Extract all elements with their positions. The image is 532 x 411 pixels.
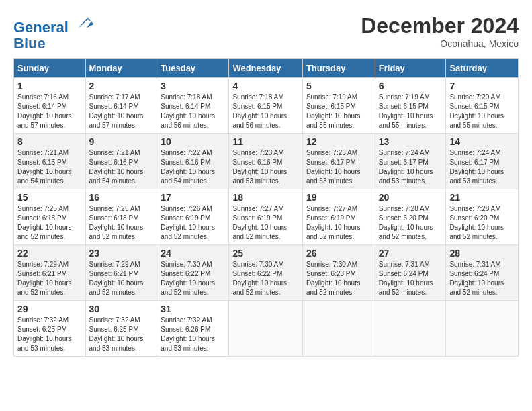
day-header-wednesday: Wednesday [229,59,302,78]
calendar-cell: 30 Sunrise: 7:32 AM Sunset: 6:25 PM Dayl… [85,301,157,357]
calendar-cell: 21 Sunrise: 7:28 AM Sunset: 6:20 PM Dayl… [446,189,519,245]
day-number: 7 [449,81,515,91]
day-number: 20 [379,192,443,203]
day-number: 18 [232,192,298,203]
calendar-cell: 1 Sunrise: 7:16 AM Sunset: 6:14 PM Dayli… [14,78,86,134]
day-info: Sunrise: 7:25 AM Sunset: 6:18 PM Dayligh… [17,204,82,242]
calendar-cell: 11 Sunrise: 7:23 AM Sunset: 6:16 PM Dayl… [229,134,302,189]
day-info: Sunrise: 7:18 AM Sunset: 6:15 PM Dayligh… [232,93,298,130]
logo: General Blue [13,13,94,52]
day-info: Sunrise: 7:27 AM Sunset: 6:19 PM Dayligh… [306,204,371,242]
day-info: Sunrise: 7:24 AM Sunset: 6:17 PM Dayligh… [379,148,443,186]
logo-general: General [13,19,69,36]
calendar-cell [446,301,519,357]
day-info: Sunrise: 7:27 AM Sunset: 6:19 PM Dayligh… [232,204,298,242]
day-info: Sunrise: 7:21 AM Sunset: 6:15 PM Dayligh… [17,148,82,186]
day-info: Sunrise: 7:17 AM Sunset: 6:14 PM Dayligh… [89,93,154,130]
logo-icon [75,13,94,32]
day-info: Sunrise: 7:18 AM Sunset: 6:14 PM Dayligh… [161,93,225,130]
day-number: 26 [306,248,371,259]
day-number: 27 [379,248,443,259]
calendar-cell: 14 Sunrise: 7:24 AM Sunset: 6:17 PM Dayl… [446,134,519,189]
day-header-friday: Friday [375,59,446,78]
day-info: Sunrise: 7:25 AM Sunset: 6:18 PM Dayligh… [89,204,154,242]
day-header-sunday: Sunday [14,59,86,78]
week-row-3: 15 Sunrise: 7:25 AM Sunset: 6:18 PM Dayl… [14,189,519,245]
day-info: Sunrise: 7:23 AM Sunset: 6:17 PM Dayligh… [306,148,371,186]
calendar-cell: 10 Sunrise: 7:22 AM Sunset: 6:16 PM Dayl… [157,134,229,189]
calendar-cell: 6 Sunrise: 7:19 AM Sunset: 6:15 PM Dayli… [375,78,446,134]
week-row-4: 22 Sunrise: 7:29 AM Sunset: 6:21 PM Dayl… [14,245,519,301]
day-number: 9 [89,136,154,147]
day-number: 16 [89,192,154,203]
day-info: Sunrise: 7:32 AM Sunset: 6:25 PM Dayligh… [89,316,154,353]
calendar-header-row: SundayMondayTuesdayWednesdayThursdayFrid… [14,59,519,78]
page-header: General Blue December 2024 Oconahua, Mex… [13,13,519,52]
day-number: 31 [161,304,225,314]
calendar-cell: 2 Sunrise: 7:17 AM Sunset: 6:14 PM Dayli… [85,78,157,134]
day-info: Sunrise: 7:19 AM Sunset: 6:15 PM Dayligh… [306,93,371,130]
calendar-cell: 28 Sunrise: 7:31 AM Sunset: 6:24 PM Dayl… [446,245,519,301]
day-info: Sunrise: 7:24 AM Sunset: 6:17 PM Dayligh… [449,148,515,186]
day-number: 4 [232,81,298,91]
day-info: Sunrise: 7:22 AM Sunset: 6:16 PM Dayligh… [161,148,225,186]
location: Oconahua, Mexico [361,38,519,49]
day-info: Sunrise: 7:23 AM Sunset: 6:16 PM Dayligh… [232,148,298,186]
day-info: Sunrise: 7:30 AM Sunset: 6:23 PM Dayligh… [306,260,371,298]
title-area: December 2024 Oconahua, Mexico [361,13,519,49]
week-row-5: 29 Sunrise: 7:32 AM Sunset: 6:25 PM Dayl… [14,301,519,357]
week-row-2: 8 Sunrise: 7:21 AM Sunset: 6:15 PM Dayli… [14,134,519,189]
calendar-cell [229,301,302,357]
day-number: 11 [232,136,298,147]
day-number: 24 [161,248,225,259]
day-number: 12 [306,136,371,147]
day-number: 5 [306,81,371,91]
day-header-thursday: Thursday [302,59,375,78]
calendar-cell: 9 Sunrise: 7:21 AM Sunset: 6:16 PM Dayli… [85,134,157,189]
day-number: 6 [379,81,443,91]
day-info: Sunrise: 7:19 AM Sunset: 6:15 PM Dayligh… [379,93,443,130]
calendar-cell [302,301,375,357]
day-info: Sunrise: 7:21 AM Sunset: 6:16 PM Dayligh… [89,148,154,186]
calendar-cell: 13 Sunrise: 7:24 AM Sunset: 6:17 PM Dayl… [375,134,446,189]
calendar-cell: 25 Sunrise: 7:30 AM Sunset: 6:22 PM Dayl… [229,245,302,301]
day-number: 15 [17,192,82,203]
day-info: Sunrise: 7:16 AM Sunset: 6:14 PM Dayligh… [17,93,82,130]
day-number: 23 [89,248,154,259]
day-info: Sunrise: 7:32 AM Sunset: 6:25 PM Dayligh… [17,316,82,353]
day-info: Sunrise: 7:31 AM Sunset: 6:24 PM Dayligh… [379,260,443,298]
calendar-cell: 26 Sunrise: 7:30 AM Sunset: 6:23 PM Dayl… [302,245,375,301]
day-number: 30 [89,304,154,314]
day-number: 8 [17,136,82,147]
day-number: 3 [161,81,225,91]
calendar-cell [375,301,446,357]
calendar-cell: 31 Sunrise: 7:32 AM Sunset: 6:26 PM Dayl… [157,301,229,357]
day-number: 14 [449,136,515,147]
calendar-cell: 24 Sunrise: 7:30 AM Sunset: 6:22 PM Dayl… [157,245,229,301]
day-info: Sunrise: 7:29 AM Sunset: 6:21 PM Dayligh… [89,260,154,298]
calendar-cell: 23 Sunrise: 7:29 AM Sunset: 6:21 PM Dayl… [85,245,157,301]
day-number: 19 [306,192,371,203]
day-info: Sunrise: 7:32 AM Sunset: 6:26 PM Dayligh… [161,316,225,353]
calendar-cell: 5 Sunrise: 7:19 AM Sunset: 6:15 PM Dayli… [302,78,375,134]
logo-blue: Blue [13,35,46,52]
svg-marker-1 [87,21,94,28]
day-header-monday: Monday [85,59,157,78]
calendar-cell: 29 Sunrise: 7:32 AM Sunset: 6:25 PM Dayl… [14,301,86,357]
day-number: 13 [379,136,443,147]
calendar-cell: 15 Sunrise: 7:25 AM Sunset: 6:18 PM Dayl… [14,189,86,245]
day-info: Sunrise: 7:30 AM Sunset: 6:22 PM Dayligh… [161,260,225,298]
calendar-cell: 4 Sunrise: 7:18 AM Sunset: 6:15 PM Dayli… [229,78,302,134]
day-header-tuesday: Tuesday [157,59,229,78]
day-number: 2 [89,81,154,91]
month-title: December 2024 [361,13,519,38]
day-info: Sunrise: 7:31 AM Sunset: 6:24 PM Dayligh… [449,260,515,298]
calendar-cell: 8 Sunrise: 7:21 AM Sunset: 6:15 PM Dayli… [14,134,86,189]
day-header-saturday: Saturday [446,59,519,78]
day-number: 28 [449,248,515,259]
day-info: Sunrise: 7:20 AM Sunset: 6:15 PM Dayligh… [449,93,515,130]
calendar-cell: 19 Sunrise: 7:27 AM Sunset: 6:19 PM Dayl… [302,189,375,245]
calendar-cell: 7 Sunrise: 7:20 AM Sunset: 6:15 PM Dayli… [446,78,519,134]
calendar-cell: 22 Sunrise: 7:29 AM Sunset: 6:21 PM Dayl… [14,245,86,301]
day-number: 17 [161,192,225,203]
